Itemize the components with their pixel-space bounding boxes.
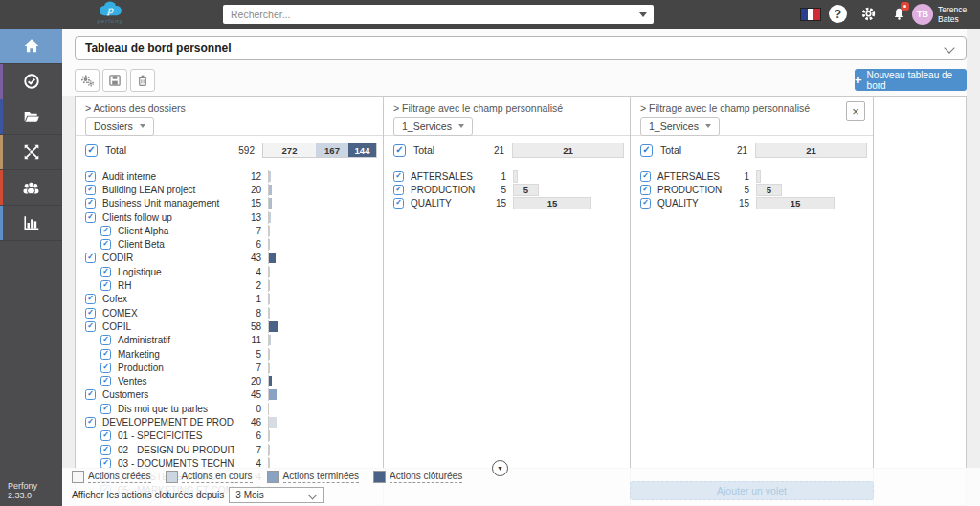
row-checkbox[interactable] <box>85 198 96 209</box>
legend-label[interactable]: Actions terminées <box>283 471 359 483</box>
row-checkbox[interactable] <box>85 417 96 428</box>
list-item: COPIL58 <box>76 319 383 333</box>
row-value: 2 <box>234 280 261 291</box>
row-bar-zone <box>268 170 383 183</box>
list-item: Cofex1 <box>76 293 383 306</box>
row-value: 5 <box>726 185 749 195</box>
row-checkbox[interactable] <box>85 253 96 263</box>
help-icon[interactable]: ? <box>829 5 847 23</box>
sidebar-item-actions[interactable] <box>0 64 62 99</box>
row-bar <box>269 376 272 386</box>
settings-gear-icon[interactable] <box>859 5 878 23</box>
total-checkbox[interactable] <box>85 144 98 157</box>
list-item: Production7 <box>76 361 383 374</box>
row-label: Client Beta <box>118 239 234 250</box>
close-panel-button[interactable] <box>846 101 865 121</box>
row-checkbox[interactable] <box>640 198 651 209</box>
bar-chart-icon <box>23 214 40 231</box>
row-checkbox[interactable] <box>100 430 111 441</box>
row-checkbox[interactable] <box>100 404 111 414</box>
row-value: 43 <box>234 253 261 263</box>
dropdown-value: Dossiers <box>94 121 133 132</box>
panel-1: > Actions des dossiersDossiersTotal59227… <box>76 97 384 505</box>
folder-open-icon <box>23 108 40 125</box>
sidebar-item-reports[interactable] <box>0 206 62 241</box>
row-checkbox[interactable] <box>100 363 111 373</box>
row-checkbox[interactable] <box>85 389 96 400</box>
total-checkbox[interactable] <box>393 144 406 157</box>
list-item: 01 - SPECIFICITES6 <box>76 429 383 443</box>
dashboard-save-button[interactable] <box>102 69 127 92</box>
row-checkbox[interactable] <box>85 185 96 195</box>
panel-2: > Filtrage avec le champ personnalisé1_S… <box>384 97 631 505</box>
search-dropdown-caret-icon[interactable] <box>639 12 647 17</box>
row-bar: 5 <box>513 184 539 196</box>
legend-label[interactable]: Actions clôturées <box>390 471 462 483</box>
sidebar-item-home[interactable] <box>0 29 62 64</box>
row-bar <box>269 417 277 428</box>
row-checkbox[interactable] <box>100 280 111 291</box>
dashboard-selector[interactable]: Tableau de bord personnel <box>75 36 967 60</box>
add-panel-button[interactable]: Ajouter un volet <box>630 481 874 500</box>
separator <box>393 165 622 165</box>
row-label: Production <box>118 363 234 373</box>
row-bar-zone <box>268 375 383 387</box>
row-label: CODIR <box>102 253 234 263</box>
row-label: COMEX <box>102 308 234 319</box>
dashboard-delete-button[interactable] <box>130 69 155 92</box>
row-checkbox[interactable] <box>100 376 111 386</box>
panel-field-dropdown[interactable]: Dossiers <box>85 117 154 136</box>
row-checkbox[interactable] <box>100 226 111 236</box>
plus-icon <box>855 73 862 87</box>
row-bar-zone <box>268 225 383 237</box>
sidebar-item-folders[interactable] <box>0 99 62 135</box>
language-flag-fr[interactable] <box>800 8 821 21</box>
row-bar-zone: 5 <box>756 183 873 196</box>
row-checkbox[interactable] <box>393 171 404 182</box>
panel-field-dropdown[interactable]: 1_Services <box>393 117 473 136</box>
row-checkbox[interactable] <box>640 171 651 182</box>
row-label: Marketing <box>118 349 234 360</box>
app-logo[interactable]: p perfony <box>80 1 140 29</box>
row-checkbox[interactable] <box>393 198 404 209</box>
panel-header: > Actions des dossiersDossiers <box>76 97 383 136</box>
row-checkbox[interactable] <box>100 445 111 455</box>
panel-field-dropdown[interactable]: 1_Services <box>640 117 720 136</box>
row-bar-zone <box>268 362 383 374</box>
home-icon <box>23 37 40 55</box>
row-checkbox[interactable] <box>393 185 404 195</box>
row-checkbox[interactable] <box>100 335 111 345</box>
row-checkbox[interactable] <box>85 171 96 182</box>
legend-item: Actions créées <box>72 471 151 483</box>
legend-label[interactable]: Actions en cours <box>182 471 253 483</box>
panel-rows: Audit interne12Building LEAN project20Bu… <box>76 167 383 497</box>
user-avatar[interactable]: TB <box>912 4 933 25</box>
row-bar-zone: 5 <box>513 183 630 196</box>
panel-rows: AFTERSALES1PRODUCTION55QUALITY1515 <box>384 167 630 210</box>
new-dashboard-button[interactable]: Nouveau tableau de bord <box>855 69 967 91</box>
search-input[interactable] <box>223 5 654 24</box>
row-value: 4 <box>234 267 261 277</box>
sidebar-item-meetings[interactable] <box>0 135 62 170</box>
row-bar-zone <box>513 169 630 183</box>
sidebar-item-contacts[interactable] <box>0 170 62 206</box>
list-item: Audit interne12 <box>76 169 383 183</box>
closed-since-select[interactable]: 3 Mois <box>229 487 324 503</box>
row-checkbox[interactable] <box>85 308 96 319</box>
row-bar-zone <box>268 334 383 346</box>
row-checkbox[interactable] <box>85 294 96 304</box>
row-checkbox[interactable] <box>85 212 96 223</box>
row-bar-zone <box>268 266 383 278</box>
scroll-down-button[interactable] <box>492 460 508 476</box>
dashboard-settings-button[interactable] <box>75 69 100 92</box>
total-row: Total592272167144 <box>76 136 383 163</box>
row-checkbox[interactable] <box>100 239 111 250</box>
row-bar <box>269 335 271 345</box>
legend-label[interactable]: Actions créées <box>88 471 151 483</box>
row-checkbox[interactable] <box>100 349 111 360</box>
total-checkbox[interactable] <box>640 144 653 157</box>
row-bar <box>269 253 276 263</box>
row-checkbox[interactable] <box>100 267 111 277</box>
row-checkbox[interactable] <box>640 185 651 195</box>
row-checkbox[interactable] <box>85 321 96 332</box>
